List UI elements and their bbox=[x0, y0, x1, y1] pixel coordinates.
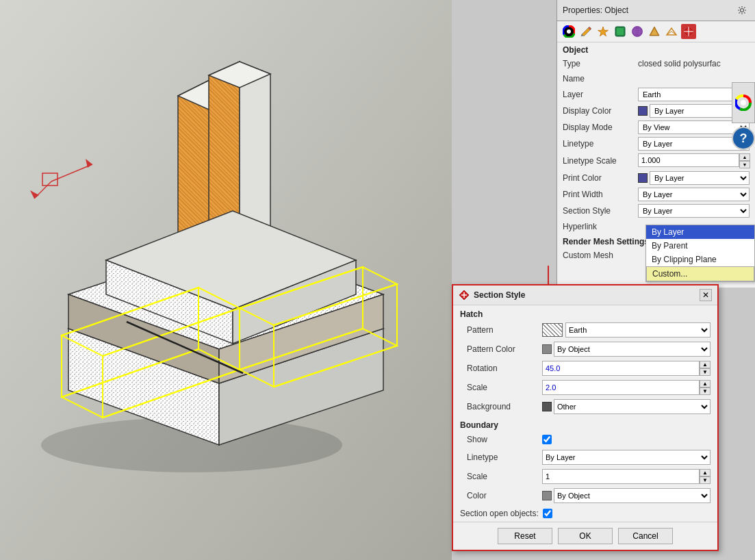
toolbar-icons-row bbox=[557, 21, 755, 42]
linetype-scale-row: Linetype Scale ▲ ▼ bbox=[557, 152, 755, 170]
color-wheel-button[interactable] bbox=[561, 24, 576, 39]
type-value: closed solid polysurfac bbox=[638, 59, 750, 68]
triangle-icon bbox=[648, 25, 661, 38]
red-icon-button[interactable] bbox=[681, 24, 696, 39]
boundary-color-select[interactable]: By Object bbox=[554, 488, 711, 503]
boundary-scale-input[interactable] bbox=[542, 469, 700, 484]
print-color-select[interactable]: By Layer bbox=[650, 171, 750, 185]
layer-label: Layer bbox=[563, 90, 638, 99]
print-color-row: Print Color By Layer bbox=[557, 170, 755, 186]
color-wheel-icon bbox=[563, 25, 575, 38]
boundary-linetype-select[interactable]: By Layer bbox=[542, 450, 711, 465]
svg-point-65 bbox=[741, 100, 746, 105]
custom-mesh-label: Custom Mesh bbox=[563, 251, 638, 260]
help-icon-text: ? bbox=[740, 131, 747, 146]
hatch-scale-btn-group: ▲ ▼ bbox=[700, 380, 711, 395]
rotation-input[interactable] bbox=[542, 361, 700, 376]
print-width-select[interactable]: By Layer bbox=[638, 188, 750, 201]
ok-button[interactable]: OK bbox=[558, 528, 613, 544]
triangle-button[interactable] bbox=[647, 24, 662, 39]
pattern-color-select[interactable]: By Object bbox=[554, 342, 711, 357]
hatch-scale-down-btn[interactable]: ▼ bbox=[700, 387, 711, 395]
star-icon bbox=[597, 25, 609, 38]
gear-button[interactable] bbox=[734, 3, 750, 18]
connector-line bbox=[548, 266, 549, 286]
background-label: Background bbox=[467, 402, 542, 411]
background-select[interactable]: Other bbox=[554, 399, 711, 414]
linetype-scale-down[interactable]: ▼ bbox=[739, 161, 750, 168]
hatch-preview-icon bbox=[542, 323, 563, 337]
material-button[interactable] bbox=[613, 24, 628, 39]
color-wheel-right-icon[interactable] bbox=[732, 82, 755, 123]
object-section-label: Object bbox=[557, 42, 755, 56]
pattern-label: Pattern bbox=[467, 325, 542, 335]
dropdown-custom[interactable]: Custom... bbox=[646, 266, 754, 281]
reset-button[interactable]: Reset bbox=[498, 528, 552, 544]
svg-point-47 bbox=[741, 9, 744, 12]
show-checkbox[interactable] bbox=[542, 435, 552, 444]
boundary-section-label: Boundary bbox=[453, 416, 717, 431]
rotation-spinner: ▲ ▼ bbox=[542, 361, 711, 376]
rotation-row: Rotation ▲ ▼ bbox=[453, 359, 717, 378]
dropdown-by-parent[interactable]: By Parent bbox=[646, 239, 754, 253]
print-color-swatch bbox=[638, 173, 648, 183]
panel-header: Properties: Object bbox=[557, 0, 755, 21]
hatch-scale-up-btn[interactable]: ▲ bbox=[700, 380, 711, 387]
dialog-close-button[interactable]: ✕ bbox=[700, 289, 712, 301]
rotation-down-btn[interactable]: ▼ bbox=[700, 368, 711, 376]
linetype-scale-input[interactable] bbox=[638, 153, 739, 167]
boundary-scale-label: Scale bbox=[467, 472, 542, 481]
help-button[interactable]: ? bbox=[732, 127, 755, 150]
boundary-linetype-label: Linetype bbox=[467, 453, 542, 462]
cancel-button[interactable]: Cancel bbox=[618, 528, 673, 544]
layer-row: Layer Earth bbox=[557, 86, 755, 103]
earth-icon bbox=[631, 25, 643, 38]
print-width-label: Print Width bbox=[563, 190, 638, 199]
rotation-up-btn[interactable]: ▲ bbox=[700, 361, 711, 368]
boundary-scale-spinner: ▲ ▼ bbox=[542, 469, 711, 484]
viewport bbox=[0, 0, 452, 560]
section-open-checkbox[interactable] bbox=[543, 509, 552, 518]
hatch-scale-input[interactable] bbox=[542, 380, 700, 395]
name-row: Name bbox=[557, 71, 755, 86]
linetype-scale-up[interactable]: ▲ bbox=[739, 153, 750, 161]
boundary-scale-btn-group: ▲ ▼ bbox=[700, 469, 711, 484]
section-open-label: Section open objects: bbox=[460, 509, 539, 518]
dropdown-by-clipping-plane[interactable]: By Clipping Plane bbox=[646, 253, 754, 266]
pattern-color-label: Pattern Color bbox=[467, 344, 542, 354]
boundary-linetype-row: Linetype By Layer bbox=[453, 448, 717, 467]
type-label: Type bbox=[563, 59, 638, 68]
pattern-color-swatch bbox=[542, 344, 552, 354]
dropdown-by-layer[interactable]: By Layer bbox=[646, 225, 754, 239]
earth-button[interactable] bbox=[630, 24, 645, 39]
material-icon bbox=[614, 25, 626, 38]
section-style-dialog: Section Style ✕ Hatch Pattern Earth Patt… bbox=[452, 284, 719, 551]
display-color-label: Display Color bbox=[563, 106, 638, 116]
pencil-button[interactable] bbox=[578, 24, 593, 39]
boundary-scale-down-btn[interactable]: ▼ bbox=[700, 476, 711, 484]
pattern-select[interactable]: Earth bbox=[565, 322, 711, 338]
linetype-scale-label: Linetype Scale bbox=[563, 156, 638, 166]
type-row: Type closed solid polysurfac bbox=[557, 56, 755, 71]
pattern-color-row: Pattern Color By Object bbox=[453, 340, 717, 359]
dialog-title-container: Section Style bbox=[459, 290, 525, 301]
section-open-row: Section open objects: bbox=[453, 505, 717, 522]
background-color-swatch bbox=[542, 402, 552, 411]
hatch-scale-spinner: ▲ ▼ bbox=[542, 380, 711, 395]
mesh-icon bbox=[665, 25, 678, 38]
boundary-scale-up-btn[interactable]: ▲ bbox=[700, 469, 711, 476]
section-style-select[interactable]: By Layer bbox=[638, 204, 750, 218]
dialog-header: Section Style ✕ bbox=[453, 285, 717, 305]
svg-rect-52 bbox=[617, 28, 624, 35]
mesh-button[interactable] bbox=[664, 24, 679, 39]
boundary-color-label: Color bbox=[467, 491, 542, 500]
rotation-label: Rotation bbox=[467, 364, 542, 373]
hatch-scale-label: Scale bbox=[467, 383, 542, 392]
display-mode-label: Display Mode bbox=[563, 123, 638, 132]
rotation-btn-group: ▲ ▼ bbox=[700, 361, 711, 376]
star-button[interactable] bbox=[596, 24, 611, 39]
linetype-row: Linetype By Layer bbox=[557, 136, 755, 152]
gear-icon bbox=[737, 5, 747, 15]
section-style-dropdown: By Layer By Parent By Clipping Plane Cus… bbox=[645, 225, 755, 282]
color-wheel-side-icon bbox=[735, 94, 752, 111]
